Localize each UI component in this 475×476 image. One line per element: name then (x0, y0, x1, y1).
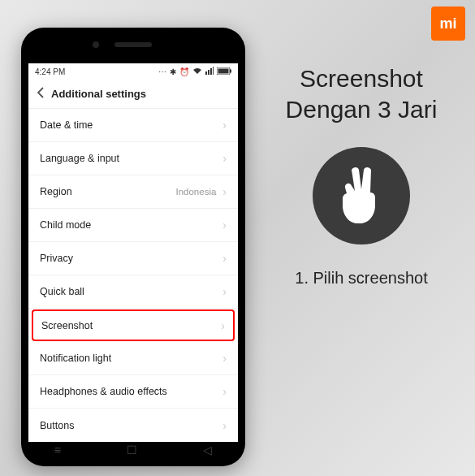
row-value: Indonesia (175, 187, 216, 197)
wifi-icon (192, 67, 202, 76)
row-date-time[interactable]: Date & time › (28, 109, 238, 142)
svg-rect-1 (230, 69, 231, 72)
settings-header: Additional settings (28, 80, 238, 109)
status-time: 4:24 PM (35, 67, 65, 76)
row-label: Privacy (40, 253, 73, 264)
chevron-right-icon: › (222, 419, 227, 432)
back-icon[interactable] (37, 87, 45, 101)
chevron-right-icon: › (222, 352, 227, 365)
row-label: Screenshot (41, 320, 93, 331)
row-privacy[interactable]: Privacy › (28, 242, 238, 275)
phone-sensor (93, 41, 99, 48)
row-label: Region (40, 186, 72, 197)
battery-icon (217, 67, 231, 76)
row-notification-light[interactable]: Notification light › (28, 342, 238, 375)
row-label: Buttons (40, 420, 74, 431)
android-navbar: ≡ ☐ ◁ (21, 442, 245, 458)
bluetooth-icon: ✱ (170, 67, 176, 76)
headphone-icon: ⋯ (158, 67, 166, 76)
alarm-icon: ⏰ (179, 67, 189, 76)
hand-gesture-circle (313, 147, 410, 244)
row-label: Date & time (40, 119, 93, 131)
phone-screen: 4:24 PM ⋯ ✱ ⏰ Additional settings (28, 63, 238, 442)
row-quick-ball[interactable]: Quick ball › (28, 275, 238, 309)
row-headphones-audio[interactable]: Headphones & audio effects › (28, 375, 238, 409)
chevron-right-icon: › (221, 319, 225, 332)
signal-icon (205, 67, 214, 76)
chevron-right-icon: › (222, 119, 227, 132)
chevron-right-icon: › (222, 285, 227, 298)
phone-speaker (114, 42, 152, 47)
row-label: Quick ball (40, 286, 84, 297)
nav-menu-icon[interactable]: ≡ (54, 444, 61, 457)
row-language-input[interactable]: Language & input › (28, 142, 238, 175)
chevron-right-icon: › (222, 152, 227, 165)
chevron-right-icon: › (222, 252, 227, 265)
chevron-right-icon: › (222, 385, 227, 398)
row-screenshot[interactable]: Screenshot › (32, 309, 235, 341)
row-label: Language & input (40, 153, 119, 164)
instruction-panel: Screenshot Dengan 3 Jari 1. Pilih screen… (258, 63, 464, 288)
victory-hand-icon (337, 167, 386, 225)
chevron-right-icon: › (222, 185, 227, 198)
settings-list: Date & time › Language & input › Region … (28, 109, 238, 442)
header-title: Additional settings (51, 88, 146, 100)
svg-rect-2 (218, 68, 229, 73)
status-icons: ⋯ ✱ ⏰ (158, 67, 231, 76)
step-text: 1. Pilih screenshot (258, 269, 464, 288)
nav-home-icon[interactable]: ☐ (127, 444, 137, 457)
nav-back-icon[interactable]: ◁ (203, 444, 212, 457)
status-bar: 4:24 PM ⋯ ✱ ⏰ (28, 63, 238, 80)
mi-logo: mi (431, 6, 465, 41)
instruction-title-1: Screenshot (258, 63, 464, 94)
chevron-right-icon: › (222, 219, 227, 232)
row-label: Child mode (40, 219, 91, 231)
row-child-mode[interactable]: Child mode › (28, 209, 238, 242)
phone-frame: 4:24 PM ⋯ ✱ ⏰ Additional settings (21, 28, 245, 466)
row-label: Headphones & audio effects (40, 386, 167, 397)
row-label: Notification light (40, 353, 111, 364)
row-buttons[interactable]: Buttons › (28, 409, 238, 442)
instruction-title-2: Dengan 3 Jari (258, 94, 464, 125)
row-region[interactable]: Region Indonesia › (28, 175, 238, 209)
